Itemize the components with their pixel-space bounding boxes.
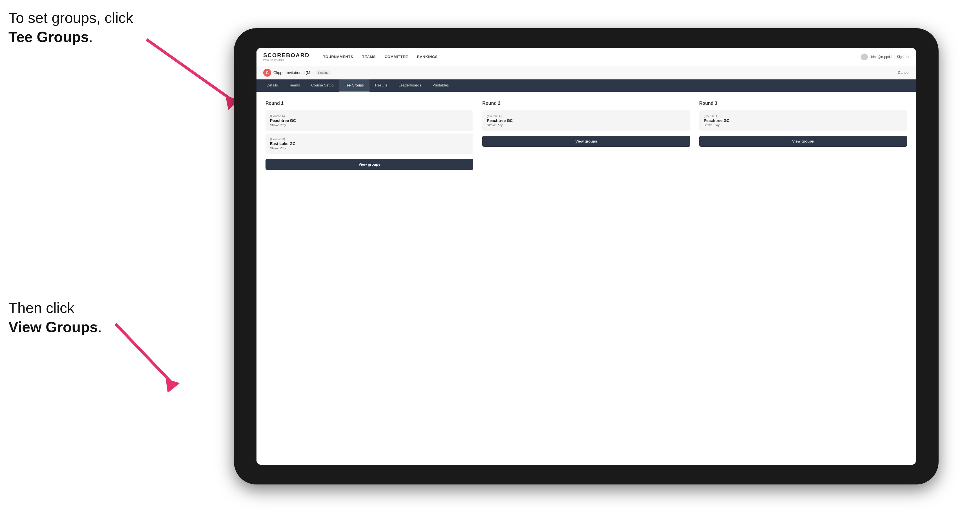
svg-line-0 <box>146 40 234 102</box>
logo-scoreboard: SCOREBOARD <box>263 52 309 59</box>
round-1-course-a-format: Stroke Play <box>270 123 469 127</box>
tablet-frame: SCOREBOARD Powered by clippd TOURNAMENTS… <box>234 28 939 484</box>
round-3-view-groups-button[interactable]: View groups <box>699 136 907 147</box>
round-2-course-a-card: (Course A) Peachtree GC Stroke Play <box>482 110 690 131</box>
logo-brand: clippd <box>277 59 284 61</box>
main-content: Round 1 (Course A) Peachtree GC Stroke P… <box>256 92 916 465</box>
round-2-view-groups-button[interactable]: View groups <box>482 136 690 147</box>
round-3-course-a-label: (Course A) <box>704 114 902 118</box>
tab-printables[interactable]: Printables <box>427 79 454 92</box>
svg-line-2 <box>116 324 175 386</box>
round-3-column: Round 3 (Course A) Peachtree GC Stroke P… <box>699 101 907 170</box>
user-email: blair@clippd.io <box>871 55 894 59</box>
round-3-title: Round 3 <box>699 101 907 106</box>
logo-area: SCOREBOARD Powered by clippd <box>263 52 309 61</box>
cancel-button[interactable]: Cancel <box>898 70 909 75</box>
round-1-view-groups-button[interactable]: View groups <box>266 159 473 170</box>
hosting-badge: Hosting <box>316 70 331 75</box>
nav-links: TOURNAMENTS TEAMS COMMITTEE RANKINGS <box>323 55 852 59</box>
round-1-course-b-name: East Lake GC <box>270 141 469 146</box>
nav-committee[interactable]: COMMITTEE <box>385 55 408 59</box>
sign-out-link[interactable]: Sign out <box>897 55 909 59</box>
round-1-column: Round 1 (Course A) Peachtree GC Stroke P… <box>266 101 473 170</box>
instruction-top: To set groups, click Tee Groups. <box>8 8 133 46</box>
tab-tee-groups[interactable]: Tee Groups <box>339 79 369 92</box>
svg-marker-3 <box>166 379 180 393</box>
arrow-top-icon <box>124 28 251 113</box>
rounds-grid: Round 1 (Course A) Peachtree GC Stroke P… <box>266 101 907 170</box>
round-2-column: Round 2 (Course A) Peachtree GC Stroke P… <box>482 101 690 170</box>
arrow-bottom-icon <box>93 316 192 400</box>
round-3-course-a-card: (Course A) Peachtree GC Stroke Play <box>699 110 907 131</box>
round-2-course-a-label: (Course A) <box>487 114 686 118</box>
nav-right: blair@clippd.io Sign out <box>861 54 909 60</box>
round-3-course-a-format: Stroke Play <box>704 123 902 127</box>
tab-results[interactable]: Results <box>369 79 393 92</box>
sub-header-left: C Clippd Invitational (M... Hosting <box>263 69 331 76</box>
round-1-course-b-label: (Course B) <box>270 138 469 141</box>
round-1-title: Round 1 <box>266 101 473 106</box>
tab-teams[interactable]: Teams <box>283 79 305 92</box>
user-avatar <box>861 54 868 60</box>
nav-tournaments[interactable]: TOURNAMENTS <box>323 55 353 59</box>
nav-rankings[interactable]: RANKINGS <box>417 55 438 59</box>
round-3-course-a-name: Peachtree GC <box>704 118 902 123</box>
instruction-punctuation-bottom: . <box>98 319 102 335</box>
tab-course-setup[interactable]: Course Setup <box>305 79 339 92</box>
instruction-line2-bold: Tee Groups <box>8 29 89 45</box>
round-1-course-a-label: (Course A) <box>270 114 469 118</box>
round-2-course-a-name: Peachtree GC <box>487 118 686 123</box>
round-1-course-b-format: Stroke Play <box>270 146 469 150</box>
instruction-punctuation-top: . <box>89 29 93 45</box>
tab-leaderboards[interactable]: Leaderboards <box>393 79 427 92</box>
round-1-course-a-name: Peachtree GC <box>270 118 469 123</box>
instruction-line3: Then click <box>8 300 75 316</box>
clippd-logo-icon: C <box>263 69 271 76</box>
tab-details[interactable]: Details <box>261 79 283 92</box>
instruction-line4-bold: View Groups <box>8 319 98 335</box>
round-2-title: Round 2 <box>482 101 690 106</box>
instruction-line1: To set groups, click <box>8 10 133 26</box>
round-1-course-a-card: (Course A) Peachtree GC Stroke Play <box>266 110 473 131</box>
round-1-course-b-card: (Course B) East Lake GC Stroke Play <box>266 133 473 154</box>
tablet-screen: SCOREBOARD Powered by clippd TOURNAMENTS… <box>256 48 916 465</box>
logo-sub: Powered by clippd <box>263 59 309 61</box>
round-2-course-a-format: Stroke Play <box>487 123 686 127</box>
nav-teams[interactable]: TEAMS <box>362 55 376 59</box>
tab-bar: Details Teams Course Setup Tee Groups Re… <box>256 79 916 92</box>
nav-bar: SCOREBOARD Powered by clippd TOURNAMENTS… <box>256 48 916 66</box>
instruction-bottom: Then click View Groups. <box>8 298 102 337</box>
sub-header: C Clippd Invitational (M... Hosting Canc… <box>256 66 916 79</box>
sub-header-title: Clippd Invitational (M... <box>274 70 313 75</box>
